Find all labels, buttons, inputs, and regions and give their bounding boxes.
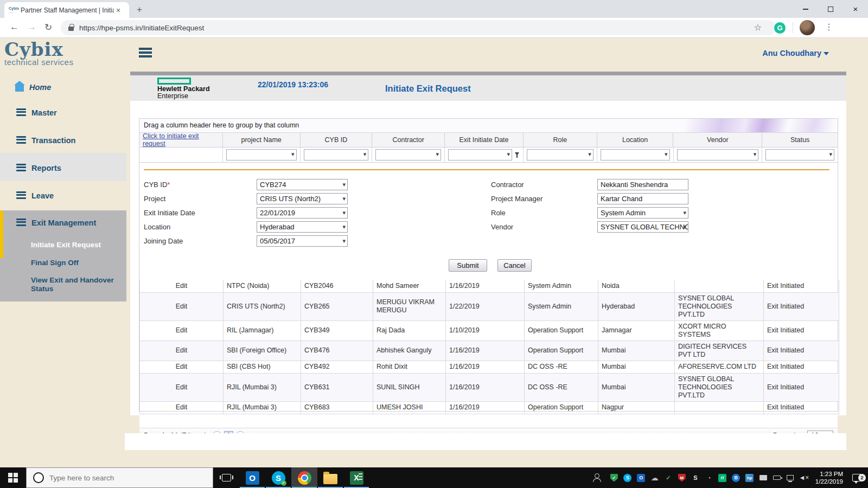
filter-dropdown-location[interactable] — [601, 149, 670, 160]
sidebar-item-exit-management[interactable]: Exit Management — [0, 216, 126, 229]
filter-pin-icon[interactable] — [515, 152, 520, 157]
sidebar-item-master[interactable]: Master — [0, 106, 126, 119]
filter-dropdown-role[interactable] — [527, 149, 593, 160]
browser-profile-avatar[interactable] — [800, 20, 815, 35]
filter-dropdown-status[interactable] — [765, 149, 834, 160]
search-input[interactable] — [49, 474, 196, 482]
browser-tab-bar: Cybix—— Partner Staff Management | Initi… — [0, 0, 868, 18]
form-divider — [144, 169, 829, 170]
location-select[interactable]: Hyderabad — [257, 221, 348, 233]
edit-link[interactable]: Edit — [140, 280, 224, 292]
browser-menu-icon[interactable]: ⋮ — [825, 22, 833, 32]
display-icon[interactable] — [759, 473, 768, 482]
taskbar-app-skype[interactable]: S✓ — [265, 467, 291, 488]
role-select[interactable]: System Admin — [597, 207, 688, 219]
synaptics-icon[interactable]: S — [691, 473, 700, 482]
bluetooth-icon[interactable]: B — [732, 473, 741, 482]
column-header-initiate-link[interactable]: Click to initiate exit request — [139, 133, 223, 147]
edit-link[interactable]: Edit — [140, 361, 224, 373]
column-header-status[interactable]: Status — [762, 133, 838, 147]
current-datetime: 22/01/2019 13:23:06 — [258, 80, 328, 89]
user-menu[interactable]: Anu Choudhary — [762, 49, 829, 57]
graphics-app-icon[interactable]: hp — [745, 473, 754, 482]
cell-project: SBI (Foreign Office) — [224, 341, 301, 361]
filter-dropdown-vendor[interactable] — [677, 149, 759, 160]
joining-date-select[interactable]: 05/05/2017 — [257, 235, 348, 247]
grammarly-extension-icon[interactable]: G — [774, 22, 786, 34]
cell-role: Operation Support — [525, 341, 598, 361]
edit-link[interactable]: Edit — [140, 373, 224, 401]
filter-dropdown-contractor[interactable] — [375, 149, 441, 160]
cancel-button[interactable]: Cancel — [497, 259, 532, 272]
column-header-exit-initiate-date[interactable]: Exit Initiate Date — [445, 133, 524, 147]
volume-muted-icon[interactable]: ◄× — [800, 473, 808, 482]
taskbar-app-chrome[interactable] — [291, 467, 317, 488]
cyb-id-select[interactable]: CYB274 — [257, 179, 348, 190]
sidebar-item-leave[interactable]: Leave — [0, 189, 126, 202]
taskbar-search[interactable] — [26, 467, 213, 488]
people-icon[interactable] — [592, 473, 602, 482]
filter-dropdown-exit-date[interactable] — [448, 149, 512, 160]
edit-link[interactable]: Edit — [140, 341, 224, 361]
onedrive-icon[interactable]: ☁ — [650, 473, 659, 482]
taskbar-app-excel[interactable]: X — [343, 467, 369, 488]
submit-button[interactable]: Submit — [449, 259, 487, 272]
project-select[interactable]: CRIS UTS (North2) — [257, 193, 348, 204]
window-minimize-button[interactable] — [793, 0, 818, 18]
outlook-tray-icon[interactable]: O — [637, 473, 646, 482]
table-row: Edit SBI (CBS Hot) CYB492 Rohit Dixit 1/… — [140, 361, 839, 373]
sidebar-subitem-initiate-exit-request[interactable]: Initiate Exit Request — [31, 241, 121, 249]
start-button[interactable] — [0, 467, 26, 488]
taskbar-clock[interactable]: 1:23 PM 1/22/2019 — [815, 470, 843, 485]
contractor-field[interactable] — [597, 179, 688, 190]
column-header-contractor[interactable]: Contractor — [372, 133, 445, 147]
project-manager-field[interactable] — [597, 193, 688, 204]
filter-dropdown-cyb-id[interactable] — [304, 149, 369, 160]
column-header-role[interactable]: Role — [524, 133, 597, 147]
performance-monitor-icon[interactable]: ◔ — [705, 473, 713, 482]
back-icon[interactable]: ← — [10, 22, 19, 33]
cell-role: DC OSS -RE — [525, 361, 598, 373]
skype-tray-icon[interactable]: S — [623, 473, 632, 482]
edit-link[interactable]: Edit — [140, 320, 224, 341]
cell-status: Exit Initiated — [764, 401, 839, 414]
sync-check-icon[interactable]: ✓ — [664, 473, 673, 482]
it-app-icon[interactable]: IT — [718, 473, 727, 482]
tab-close-icon[interactable]: × — [116, 6, 120, 15]
column-header-project-name[interactable]: project Name — [223, 133, 301, 147]
task-view-button[interactable] — [213, 467, 239, 488]
action-center-button[interactable]: 2 — [848, 474, 865, 481]
taskbar-app-outlook[interactable]: O — [239, 467, 265, 488]
taskbar-app-file-explorer[interactable] — [317, 467, 343, 488]
project-label: Project — [144, 195, 165, 203]
browser-tab[interactable]: Cybix—— Partner Staff Management | Initi… — [4, 2, 129, 18]
bookmark-star-icon[interactable]: ☆ — [754, 22, 762, 33]
sidebar-item-transaction[interactable]: Transaction — [0, 134, 126, 147]
defender-icon[interactable]: ✓ — [610, 473, 618, 482]
network-icon[interactable] — [786, 473, 795, 482]
sidebar-toggle-icon[interactable] — [139, 48, 152, 59]
address-bar[interactable]: https://hpe-psms.in/InitiateExitRequest — [61, 20, 776, 35]
forward-icon[interactable]: → — [27, 22, 36, 33]
battery-icon[interactable] — [773, 473, 781, 482]
exit-date-select[interactable]: 22/01/2019 — [257, 207, 348, 219]
reload-icon[interactable]: ↻ — [44, 22, 52, 33]
joining-date-label: Joining Date — [144, 237, 183, 245]
edit-link[interactable]: Edit — [140, 292, 224, 320]
hpe-logo: Hewlett Packard Enterprise — [157, 78, 210, 100]
sidebar-item-reports[interactable]: Reports — [0, 162, 126, 175]
filter-dropdown-project[interactable] — [226, 149, 297, 160]
window-maximize-button[interactable] — [818, 0, 843, 18]
site-favicon: Cybix—— — [9, 7, 21, 14]
column-header-vendor[interactable]: Vendor — [673, 133, 762, 147]
new-tab-button[interactable]: + — [137, 4, 142, 15]
mcafee-icon[interactable]: M — [678, 473, 686, 482]
vendor-select[interactable]: SYSNET GLOBAL TECHNOL — [597, 221, 688, 233]
sidebar-subitem-view-exit-handover-status[interactable]: View Exit and Handover Status — [31, 276, 121, 293]
sidebar-subitem-final-sign-off[interactable]: Final Sign Off — [31, 259, 121, 267]
column-header-cyb-id[interactable]: CYB ID — [301, 133, 373, 147]
edit-link[interactable]: Edit — [140, 401, 224, 414]
column-header-location[interactable]: Location — [597, 133, 674, 147]
window-close-button[interactable]: × — [843, 0, 868, 18]
sidebar-item-home[interactable]: Home — [0, 81, 126, 94]
